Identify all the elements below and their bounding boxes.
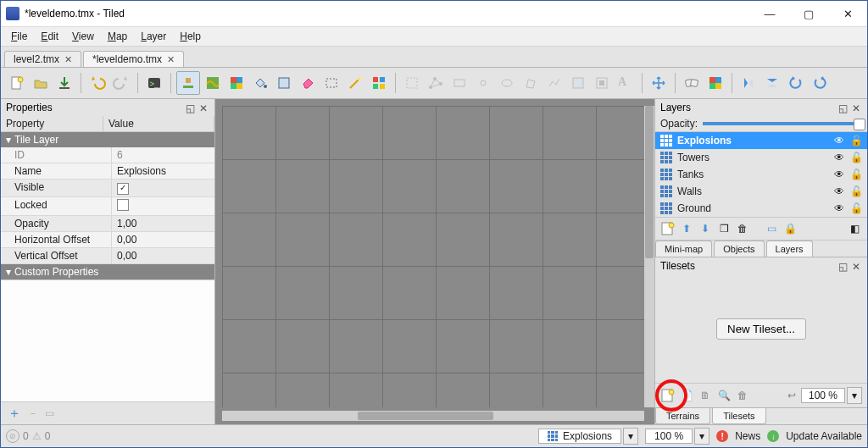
- tab-tilesets[interactable]: Tilesets: [712, 408, 766, 424]
- insert-polygon-tool[interactable]: [520, 72, 542, 94]
- flip-vertical-button[interactable]: [761, 72, 783, 94]
- select-same-tile-tool[interactable]: [368, 72, 390, 94]
- layer-dropdown-icon[interactable]: ▾: [623, 428, 638, 445]
- row-name[interactable]: NameExplosions: [1, 163, 214, 180]
- shape-fill-tool[interactable]: [273, 72, 295, 94]
- eye-icon[interactable]: 👁: [833, 135, 845, 147]
- current-layer-selector[interactable]: Explosions ▾: [538, 428, 638, 445]
- dock-icon[interactable]: ◱: [838, 261, 849, 271]
- new-layer-button[interactable]: [660, 221, 676, 236]
- warning-icon[interactable]: ⚠: [32, 430, 42, 442]
- tab-objects[interactable]: Objects: [714, 241, 764, 257]
- menu-layer[interactable]: Layer: [134, 29, 173, 44]
- visible-checkbox[interactable]: ✓: [117, 183, 129, 195]
- rotate-right-button[interactable]: [809, 72, 831, 94]
- eye-icon[interactable]: 👁: [833, 202, 845, 214]
- lock-icon[interactable]: 🔓: [850, 185, 862, 197]
- select-objects-tool[interactable]: [401, 72, 423, 94]
- layer-item-tanks[interactable]: Tanks 👁 🔓: [655, 166, 867, 183]
- no-issues-icon[interactable]: ⊘: [6, 429, 19, 443]
- eraser-tool[interactable]: [297, 72, 319, 94]
- row-locked[interactable]: Locked: [1, 197, 214, 216]
- dock-icon[interactable]: ◱: [838, 102, 849, 113]
- redo-button[interactable]: [110, 72, 132, 94]
- menu-map[interactable]: Map: [101, 29, 134, 44]
- update-link[interactable]: Update Available: [786, 430, 862, 442]
- duplicate-layer-button[interactable]: ❐: [716, 221, 732, 236]
- highlight-current-layer-button[interactable]: ◧: [847, 221, 862, 236]
- close-panel-icon[interactable]: ✕: [199, 102, 209, 113]
- wang-brush-tool[interactable]: [225, 72, 248, 94]
- delete-tileset-icon[interactable]: 🗑: [735, 388, 750, 403]
- magic-wand-tool[interactable]: [344, 72, 366, 94]
- lock-icon[interactable]: 🔓: [850, 135, 862, 147]
- layer-up-button[interactable]: ⬆: [679, 221, 694, 236]
- new-file-button[interactable]: [6, 72, 28, 94]
- tab-leveldemo[interactable]: *leveldemo.tmx ✕: [83, 51, 184, 67]
- paste-property-icon[interactable]: ▭: [45, 407, 54, 419]
- menu-view[interactable]: View: [65, 29, 101, 44]
- dock-icon[interactable]: ◱: [186, 102, 196, 113]
- export-tileset-icon[interactable]: 🗎: [698, 388, 713, 403]
- toggle-other-layers-button[interactable]: ▭: [764, 221, 779, 236]
- layer-opacity-slider[interactable]: Opacity:: [655, 116, 867, 132]
- layer-down-button[interactable]: ⬇: [698, 221, 713, 236]
- delete-layer-button[interactable]: 🗑: [735, 221, 750, 236]
- insert-ellipse-tool[interactable]: [496, 72, 518, 94]
- tab-level2[interactable]: level2.tmx ✕: [4, 51, 81, 67]
- insert-tile-tool[interactable]: [567, 72, 589, 94]
- custom-properties-area[interactable]: [1, 279, 214, 401]
- section-custom-properties[interactable]: ▾Custom Properties: [1, 264, 214, 279]
- row-voffset[interactable]: Vertical Offset0,00: [1, 248, 214, 264]
- new-tileset-icon[interactable]: [660, 388, 676, 403]
- bucket-fill-tool[interactable]: [249, 72, 271, 94]
- tab-terrains[interactable]: Terrains: [655, 408, 710, 424]
- layer-item-towers[interactable]: Towers 👁 🔓: [655, 149, 867, 166]
- locked-checkbox[interactable]: [117, 199, 129, 211]
- close-tab-icon[interactable]: ✕: [167, 54, 175, 65]
- tab-layers[interactable]: Layers: [766, 241, 813, 257]
- insert-point-tool[interactable]: [472, 72, 494, 94]
- section-tile-layer[interactable]: ▾Tile Layer: [1, 132, 214, 147]
- rectangle-select-tool[interactable]: [320, 72, 342, 94]
- news-badge-icon[interactable]: !: [716, 430, 728, 442]
- update-badge-icon[interactable]: ↓: [767, 430, 779, 442]
- eye-icon[interactable]: 👁: [833, 152, 845, 163]
- lock-all-button[interactable]: 🔒: [782, 221, 798, 236]
- lock-icon[interactable]: 🔓: [850, 152, 862, 163]
- new-tileset-button[interactable]: New Tileset...: [716, 318, 806, 340]
- remove-property-icon[interactable]: －: [28, 407, 38, 421]
- tileset-zoom-dropdown[interactable]: ▾: [847, 387, 862, 404]
- insert-polyline-tool[interactable]: [543, 72, 565, 94]
- move-tool[interactable]: [648, 72, 670, 94]
- tile-canvas[interactable]: [222, 106, 644, 407]
- maximize-button[interactable]: ▢: [789, 1, 828, 26]
- news-link[interactable]: News: [735, 430, 760, 442]
- vertical-scrollbar[interactable]: [644, 106, 654, 407]
- insert-template-tool[interactable]: [591, 72, 613, 94]
- row-hoffset[interactable]: Horizontal Offset0,00: [1, 232, 214, 248]
- add-property-icon[interactable]: ＋: [8, 405, 21, 423]
- close-panel-icon[interactable]: ✕: [852, 261, 862, 271]
- wang-fill-button[interactable]: [704, 72, 726, 94]
- row-visible[interactable]: Visible✓: [1, 180, 214, 197]
- save-button[interactable]: [53, 72, 75, 94]
- zoom-dropdown-icon[interactable]: ▾: [694, 428, 709, 445]
- undo-button[interactable]: [86, 72, 108, 94]
- close-panel-icon[interactable]: ✕: [852, 102, 862, 113]
- horizontal-scrollbar[interactable]: [222, 411, 644, 421]
- menu-help[interactable]: Help: [173, 29, 208, 44]
- edit-tileset-icon[interactable]: 🔍: [716, 388, 732, 403]
- close-button[interactable]: ✕: [828, 1, 867, 26]
- stamp-tool[interactable]: [176, 71, 200, 95]
- minimize-button[interactable]: —: [750, 1, 789, 26]
- rotate-left-button[interactable]: [785, 72, 807, 94]
- command-button[interactable]: >_: [143, 72, 165, 94]
- edit-polygons-tool[interactable]: [425, 72, 447, 94]
- layer-item-walls[interactable]: Walls 👁 🔓: [655, 183, 867, 200]
- close-tab-icon[interactable]: ✕: [64, 54, 72, 65]
- eye-icon[interactable]: 👁: [833, 169, 845, 180]
- lock-icon[interactable]: 🔓: [850, 202, 862, 214]
- tab-minimap[interactable]: Mini-map: [655, 241, 712, 257]
- tileset-zoom-field[interactable]: 100 %: [801, 388, 845, 403]
